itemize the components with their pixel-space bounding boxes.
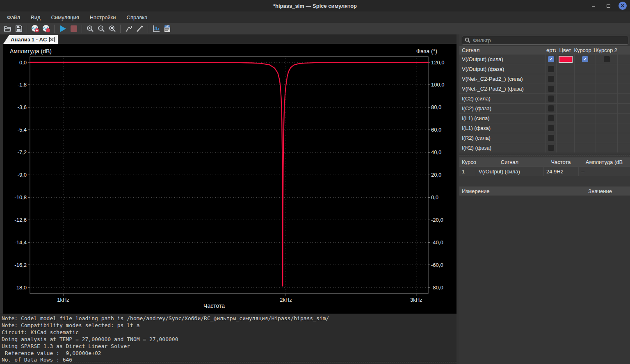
svg-text:0,0: 0,0	[19, 59, 27, 66]
signal-row[interactable]: V(Net-_C2-Pad2_) (сила)	[459, 74, 630, 84]
cursor1-checkbox[interactable]	[574, 104, 596, 113]
col-plot: ертик	[546, 46, 556, 54]
titlebar[interactable]: *hipass_sim — Spice симулятор – ✕	[0, 0, 630, 11]
signals-header: Сигнал ертик Цвет Курсор 1 Курсор 2	[459, 46, 630, 54]
console-line: Note: Compatibility modes selected: ps l…	[2, 322, 455, 329]
plot-checkbox[interactable]	[546, 74, 556, 84]
stop-simulation-button[interactable]	[68, 24, 79, 34]
zoom-in-icon	[86, 25, 94, 33]
cursor1-checkbox[interactable]	[574, 123, 596, 133]
signal-row[interactable]: I(R2) (фаза)	[459, 143, 630, 152]
run-simulation-button[interactable]	[57, 24, 68, 34]
menu-simulation[interactable]: Симуляция	[46, 11, 84, 23]
signals-grid: Сигнал ертик Цвет Курсор 1 Курсор 2 V(/O…	[459, 46, 630, 155]
cursor2-checkbox[interactable]	[596, 84, 617, 93]
svg-text:-1,8: -1,8	[18, 82, 27, 88]
console-line: No. of Data Rows : 646	[2, 357, 455, 364]
cursor2-checkbox[interactable]	[596, 123, 617, 133]
signal-row[interactable]: V(/Output) (фаза)	[459, 64, 630, 74]
tune-button[interactable]	[135, 24, 145, 34]
save-icon	[15, 25, 23, 33]
svg-text:100,0: 100,0	[431, 82, 445, 88]
svg-text:-60,0: -60,0	[431, 262, 443, 268]
menu-help[interactable]: Справка	[121, 11, 153, 23]
zoom-in-button[interactable]	[85, 24, 95, 34]
cursor2-checkbox[interactable]	[596, 133, 617, 143]
cursor2-checkbox[interactable]	[596, 143, 617, 152]
plot-canvas[interactable]: 0,0120,0-1,8100,0-3,680,0-5,460,0-7,240,…	[0, 44, 457, 314]
tab-close-icon[interactable]	[49, 37, 55, 42]
cursor2-checkbox[interactable]	[596, 55, 617, 64]
console-line: Using SPARSE 1.3 as Direct Linear Solver	[2, 343, 455, 350]
cursor1-checkbox[interactable]	[574, 94, 596, 103]
signal-row[interactable]: I(C2) (фаза)	[459, 103, 630, 113]
cursor1-checkbox[interactable]	[574, 74, 596, 84]
plot-checkbox[interactable]	[546, 143, 556, 152]
plot-checkbox[interactable]: ✓	[546, 55, 556, 64]
cursor1-checkbox[interactable]	[574, 114, 596, 123]
cursor2-checkbox[interactable]	[596, 114, 617, 123]
cursor2-checkbox[interactable]	[596, 64, 617, 74]
grid-drop-indicator	[459, 155, 630, 155]
menubar: Файл Вид Симуляция Настройки Справка	[0, 11, 630, 23]
cursors-header: Курсор Сигнал Частота Амплитуда (dB	[459, 157, 630, 166]
cursors-grid: Курсор Сигнал Частота Амплитуда (dB 1 V(…	[459, 157, 630, 176]
close-button[interactable]: ✕	[619, 2, 627, 10]
waveform-button[interactable]	[151, 24, 161, 34]
zoom-out-button[interactable]	[96, 24, 106, 34]
new-analysis-icon	[31, 24, 40, 33]
netlist-button[interactable]: NET	[162, 24, 172, 34]
menu-view[interactable]: Вид	[25, 11, 46, 23]
plot-checkbox[interactable]	[546, 123, 556, 133]
color-swatch[interactable]	[556, 55, 574, 64]
measurements-body[interactable]	[459, 196, 630, 364]
cursor-row[interactable]: 1 V(/Output) (сила) 24.9Hz --	[459, 166, 630, 176]
signal-name: I(R2) (сила)	[459, 135, 546, 141]
plot-checkbox[interactable]	[546, 104, 556, 113]
svg-text:40,0: 40,0	[431, 149, 441, 155]
tab-analysis-1-ac[interactable]: Анализ 1 - AC	[3, 35, 58, 44]
plot-checkbox[interactable]	[546, 133, 556, 143]
plot-checkbox[interactable]	[546, 94, 556, 103]
cursor1-checkbox[interactable]	[574, 143, 596, 152]
toolbar-separator	[82, 25, 82, 33]
col-cursor-freq: Частота	[543, 159, 578, 165]
toolbar-separator	[120, 25, 121, 33]
cursor2-checkbox[interactable]	[596, 74, 617, 84]
new-analysis-button[interactable]	[30, 24, 40, 34]
menu-settings[interactable]: Настройки	[84, 11, 121, 23]
search-icon	[465, 37, 470, 43]
minimize-button[interactable]: –	[589, 1, 598, 10]
cursor1-checkbox[interactable]: ✓	[574, 55, 596, 64]
zoom-fit-button[interactable]	[107, 24, 117, 34]
restore-button[interactable]	[604, 1, 613, 10]
tab-label: Анализ 1 - AC	[11, 36, 47, 43]
console-line: Reference value : 9,00000e+02	[2, 350, 455, 357]
save-workbook-button[interactable]	[14, 24, 24, 34]
plot-checkbox[interactable]	[546, 84, 556, 93]
tabbar: Анализ 1 - AC	[0, 34, 457, 44]
cursor1-checkbox[interactable]	[574, 133, 596, 143]
splitter-sash[interactable]	[457, 34, 459, 364]
plot-checkbox[interactable]	[546, 64, 556, 74]
signal-row[interactable]: I(C2) (сила)	[459, 93, 630, 103]
sim-settings-button[interactable]	[41, 24, 51, 34]
probe-button[interactable]	[123, 24, 134, 34]
filter-input[interactable]: Фильтр	[462, 36, 628, 45]
svg-text:120,0: 120,0	[431, 59, 445, 66]
svg-text:-12,6: -12,6	[14, 217, 27, 223]
cursor1-checkbox[interactable]	[574, 84, 596, 93]
signal-row[interactable]: V(/Output) (сила)✓✓	[459, 54, 630, 64]
cursor2-checkbox[interactable]	[596, 94, 617, 103]
open-workbook-button[interactable]	[2, 24, 13, 34]
cursor1-checkbox[interactable]	[574, 64, 596, 74]
signal-row[interactable]: I(L1) (сила)	[459, 113, 630, 123]
signal-row[interactable]: I(R2) (сила)	[459, 133, 630, 143]
signal-row[interactable]: I(L1) (фаза)	[459, 123, 630, 133]
svg-text:80,0: 80,0	[431, 104, 441, 110]
color-cell	[556, 133, 574, 143]
signal-row[interactable]: V(Net-_C2-Pad2_) (фаза)	[459, 84, 630, 93]
cursor2-checkbox[interactable]	[596, 104, 617, 113]
plot-checkbox[interactable]	[546, 114, 556, 123]
menu-file[interactable]: Файл	[2, 11, 25, 23]
